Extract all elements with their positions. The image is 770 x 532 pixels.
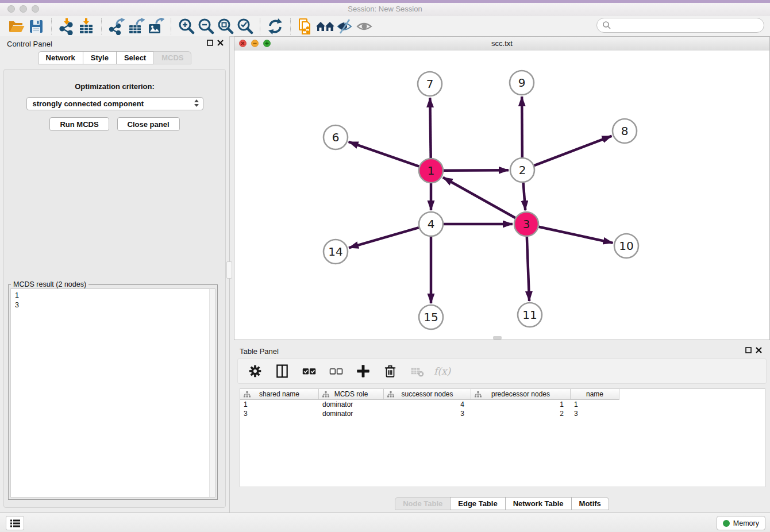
graph-edge-2-3[interactable] (523, 183, 526, 210)
vertical-splitter-handle[interactable] (226, 261, 232, 279)
network-window-titlebar: scc.txt (234, 37, 769, 51)
table-cell[interactable]: dominator (319, 400, 384, 409)
graph-node-label-15: 15 (424, 310, 438, 324)
column-header-shared-name[interactable]: shared name (240, 389, 319, 400)
export-network-icon[interactable] (107, 17, 126, 36)
table-cell[interactable]: 3 (240, 409, 319, 418)
column-chooser-icon[interactable] (274, 363, 290, 379)
float-table-panel-icon[interactable] (745, 347, 752, 353)
horizontal-splitter-handle[interactable] (493, 336, 502, 340)
select-all-icon[interactable] (301, 363, 317, 379)
zoom-out-icon[interactable] (196, 17, 215, 36)
optimization-criterion-select[interactable]: strongly connected component (26, 97, 203, 110)
graph-node-label-2: 2 (519, 163, 526, 177)
graph-node-label-7: 7 (426, 77, 434, 91)
export-image-icon[interactable] (146, 17, 165, 36)
search-box (596, 18, 764, 33)
table-cell[interactable]: 3 (571, 409, 619, 418)
eye-slash-icon[interactable] (335, 17, 355, 36)
graph-node-label-14: 14 (328, 245, 342, 259)
graph-edge-1-7[interactable] (430, 98, 430, 158)
graph-edge-3-1[interactable] (443, 178, 515, 218)
mcds-panel: Optimization criterion: strongly connect… (3, 69, 226, 508)
table-cell[interactable]: 2 (471, 409, 571, 418)
memory-label: Memory (733, 519, 759, 527)
graph-edge-3-10[interactable] (538, 227, 613, 243)
zoom-in-icon[interactable] (176, 17, 196, 36)
export-table-icon[interactable] (126, 17, 146, 36)
table-panel-tabs: Node TableEdge TableNetwork TableMotifs (234, 497, 770, 510)
network-graph[interactable]: 7968124314101511 (234, 51, 769, 340)
graph-edge-3-11[interactable] (527, 237, 529, 301)
table-body: 1dominator4113dominator323 (240, 400, 765, 418)
close-table-panel-icon[interactable] (756, 347, 762, 353)
close-panel-icon[interactable] (217, 40, 224, 46)
chevron-up-down-icon (194, 99, 199, 107)
table-row[interactable]: 1dominator411 (240, 400, 765, 409)
search-input[interactable] (614, 19, 764, 32)
graph-edge-4-14[interactable] (349, 228, 419, 248)
window-titlebar: Session: New Session (0, 3, 770, 17)
tab-select[interactable]: Select (116, 51, 154, 64)
column-header-MCDS-role[interactable]: MCDS role (319, 389, 384, 400)
table-header-row: shared name MCDS role successor nodes pr… (240, 389, 765, 400)
zoom-fit-icon[interactable] (215, 17, 235, 36)
graph-node-label-10: 10 (619, 239, 633, 253)
float-panel-icon[interactable] (207, 40, 213, 46)
graph-node-label-6: 6 (332, 130, 340, 144)
import-table-icon[interactable] (76, 17, 96, 36)
table-cell[interactable]: 1 (240, 400, 319, 409)
duplicate-network-icon[interactable] (296, 17, 315, 36)
eye-icon[interactable] (355, 17, 374, 36)
memory-status-icon (723, 520, 730, 527)
control-panel: Control Panel NetworkStyleSelectMCDS Opt… (0, 36, 230, 512)
column-header-successor-nodes[interactable]: successor nodes (384, 389, 471, 400)
table-cell[interactable]: dominator (319, 409, 384, 418)
mcds-result-area[interactable]: 1 3 (10, 288, 215, 498)
open-folder-icon[interactable] (7, 17, 26, 36)
table-cell[interactable]: 1 (471, 400, 571, 409)
mcds-result-title: MCDS result (2 nodes) (11, 280, 88, 288)
trash-icon[interactable] (382, 363, 398, 379)
search-icon (602, 21, 611, 30)
graph-node-label-9: 9 (518, 76, 526, 90)
graph-edge-2-8[interactable] (534, 136, 612, 166)
gear-icon[interactable] (247, 363, 263, 379)
tab-network-table[interactable]: Network Table (505, 497, 572, 510)
graph-edge-2-9[interactable] (522, 97, 522, 157)
mcds-result-scrollbar[interactable] (209, 289, 215, 497)
zoom-selected-icon[interactable] (235, 17, 255, 36)
graph-edge-1-2[interactable] (444, 170, 509, 171)
save-icon[interactable] (26, 17, 46, 36)
tab-motifs[interactable]: Motifs (571, 497, 609, 510)
control-panel-tabs: NetworkStyleSelectMCDS (0, 51, 229, 64)
application-window: Session: New Session (0, 0, 770, 532)
table-cell[interactable]: 4 (384, 400, 471, 409)
node-table: shared name MCDS role successor nodes pr… (240, 388, 765, 487)
graph-node-label-11: 11 (522, 308, 537, 322)
tab-style[interactable]: Style (83, 51, 117, 64)
memory-button[interactable]: Memory (717, 516, 765, 530)
table-cell[interactable]: 3 (384, 409, 471, 418)
table-row[interactable]: 3dominator323 (240, 409, 765, 418)
run-mcds-button[interactable]: Run MCDS (49, 117, 109, 131)
optimization-criterion-value: strongly connected component (33, 99, 144, 108)
tab-edge-table[interactable]: Edge Table (450, 497, 505, 510)
tab-mcds[interactable]: MCDS (153, 51, 191, 64)
refresh-icon[interactable] (265, 17, 285, 36)
close-panel-button[interactable]: Close panel (117, 117, 180, 131)
add-column-icon[interactable] (355, 363, 371, 379)
task-history-button[interactable] (6, 516, 24, 530)
optimization-criterion-label: Optimization criterion: (4, 82, 225, 91)
tab-node-table[interactable]: Node Table (395, 497, 451, 510)
control-panel-title: Control Panel (7, 40, 52, 48)
network-canvas[interactable]: 7968124314101511 (234, 51, 769, 340)
column-header-name[interactable]: name (571, 389, 619, 400)
column-header-predecessor-nodes[interactable]: predecessor nodes (471, 389, 571, 400)
import-network-icon[interactable] (57, 17, 76, 36)
deselect-all-icon[interactable] (328, 363, 344, 379)
houses-icon[interactable] (315, 17, 335, 36)
table-cell[interactable]: 1 (571, 400, 619, 409)
graph-edge-1-6[interactable] (349, 142, 419, 167)
tab-network[interactable]: Network (38, 51, 83, 64)
